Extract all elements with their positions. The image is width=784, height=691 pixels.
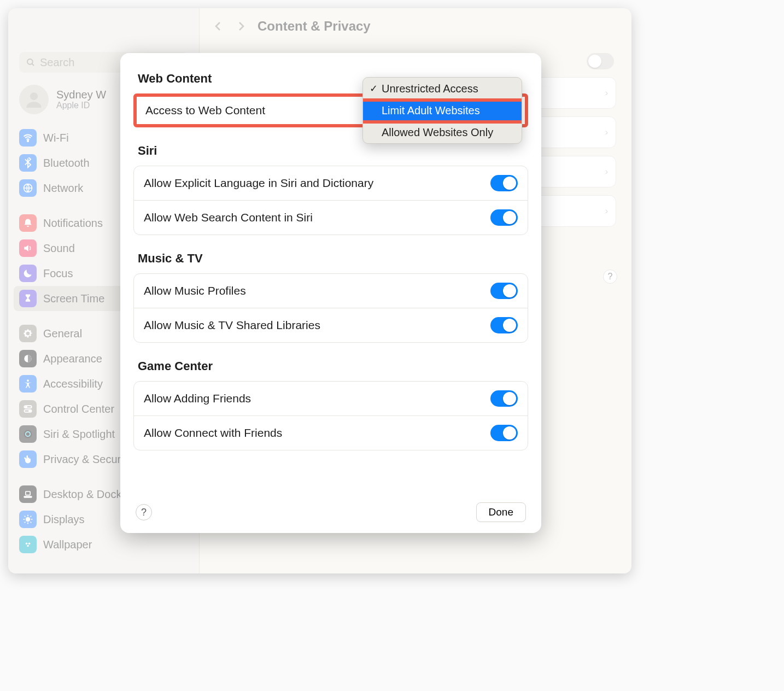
done-button[interactable]: Done: [476, 502, 526, 522]
section-title-game-center: Game Center: [138, 359, 524, 373]
toggle-music-shared[interactable]: [490, 317, 518, 333]
dropdown-option-limit-adult[interactable]: Limit Adult Websites: [363, 99, 522, 121]
section-title-siri: Siri: [138, 144, 524, 158]
row-connect-friends: Allow Connect with Friends: [134, 415, 528, 450]
settings-window: Search Sydney W Apple ID Wi-FiBluetoothN…: [8, 8, 631, 573]
check-icon: ✓: [368, 83, 378, 95]
toggle-siri-websearch[interactable]: [490, 209, 518, 226]
dropdown-option-unrestricted[interactable]: ✓ Unrestricted Access: [363, 78, 522, 99]
row-music-profiles: Allow Music Profiles: [134, 274, 528, 308]
toggle-connect-friends[interactable]: [490, 425, 518, 441]
help-button[interactable]: ?: [136, 504, 152, 520]
toggle-siri-explicit[interactable]: [490, 175, 518, 191]
row-music-shared: Allow Music & TV Shared Libraries: [134, 308, 528, 342]
toggle-add-friends[interactable]: [490, 390, 518, 407]
music-tv-group: Allow Music Profiles Allow Music & TV Sh…: [133, 273, 528, 343]
sheet-footer: ? Done: [131, 499, 530, 523]
web-content-sheet: Web Content Access to Web Content ✓ Unre…: [120, 53, 541, 533]
row-add-friends: Allow Adding Friends: [134, 382, 528, 415]
dropdown-option-allowed-only[interactable]: Allowed Websites Only: [363, 121, 522, 143]
web-content-dropdown: ✓ Unrestricted Access Limit Adult Websit…: [362, 77, 522, 144]
section-title-music-tv: Music & TV: [138, 251, 524, 266]
game-center-group: Allow Adding Friends Allow Connect with …: [133, 381, 528, 450]
access-to-web-content-label: Access to Web Content: [145, 104, 265, 117]
row-siri-explicit: Allow Explicit Language in Siri and Dict…: [134, 166, 528, 200]
toggle-music-profiles[interactable]: [490, 283, 518, 299]
siri-group: Allow Explicit Language in Siri and Dict…: [133, 166, 528, 235]
row-siri-websearch: Allow Web Search Content in Siri: [134, 200, 528, 235]
